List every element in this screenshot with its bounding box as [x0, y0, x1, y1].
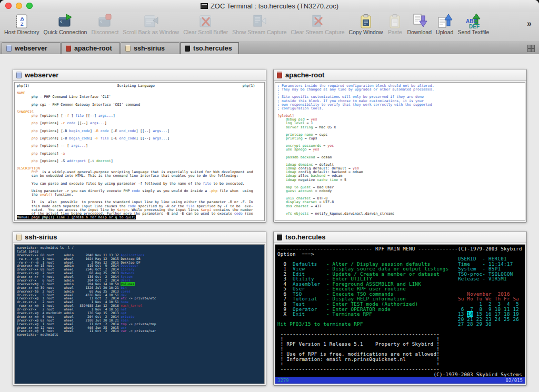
tab-apache-root[interactable]: apache-root [61, 42, 120, 54]
show-stream-capture-icon [252, 13, 267, 29]
tab-tso-hercules[interactable]: tso.hercules [180, 42, 239, 54]
toolbar-label: Clear Stream Capture [291, 29, 344, 35]
terminal-line: php - PHP Command Line Interface 'CLI' [17, 95, 262, 99]
apache-root-terminal-screen[interactable]: ; Parameters inside the required configu… [275, 83, 525, 220]
terminal-line: You can parse and execute files by using… [17, 182, 262, 186]
webserver-terminal-screen[interactable]: php(1) Scripting Language php(1)NAME php… [15, 83, 264, 220]
ssh-sirius-pane-icon [16, 234, 22, 240]
session-tabbar: webserverapache-rootssh-siriustso.hercul… [0, 42, 539, 54]
toolbar-scroll-back-as-window-button: Scroll Back as Window [121, 13, 181, 41]
upload-icon [437, 13, 453, 29]
terminal-line: php [options] [-B begin_code] -F file [-… [17, 137, 262, 140]
svg-text:Z: Z [21, 22, 24, 27]
toolbar-clear-stream-capture-button: Clear Stream Capture [288, 13, 346, 41]
terminal-line: idmap negative cache time = 5 [277, 178, 523, 182]
terminal-line [277, 110, 523, 114]
toolbar-label: Download [407, 29, 432, 35]
cursor-position-label: 02/015 [505, 378, 523, 383]
pane-webserver: webserverphp(1) Scripting Language php(1… [13, 69, 266, 223]
terminal-line: php [options] [-B begin_code] -R code [-… [17, 129, 262, 133]
tab-label: ssh-sirius [134, 45, 165, 52]
toolbar-label: Upload [436, 29, 453, 35]
terminal-line: the eval() function. [17, 193, 262, 197]
window-titlebar[interactable]: ZOC Terminal : tso.hercules (TN3270.zoc) [0, 0, 539, 12]
terminal-type-label: 3279 [277, 378, 289, 383]
tab-label: apache-root [74, 45, 112, 52]
toolbar-label: Copy Window [349, 29, 383, 35]
terminal-line [17, 88, 262, 92]
terminal-line: passdb backend = odsam [277, 156, 523, 159]
ssh-sirius-terminal-screen[interactable]: mavericks:~ mschmidt$ ls -l /total 16453… [15, 245, 264, 384]
terminal-line: guest account = nobody [277, 189, 523, 193]
toolbar-paste-button: Paste [385, 13, 405, 41]
window-title-text: ZOC Terminal : tso.hercules (TN3270.zoc) [211, 2, 338, 10]
toolbar-label: Paste [388, 29, 402, 35]
toolbar-copy-window-button[interactable]: Copy Window [347, 13, 385, 41]
pane-webserver-titlebar[interactable]: webserver [13, 69, 266, 81]
pane-tso-hercules: tso.hercules----------------------------… [273, 231, 527, 386]
terminal-line: php [options] -a [17, 152, 262, 156]
terminal-line: php [options] -S addr:port [-t docroot] [17, 159, 262, 163]
terminal-line: Manual page php(1) line 1 (press h for h… [17, 216, 262, 219]
terminal-line: can be embedded into HTML. This is the c… [17, 174, 262, 178]
terminal-line [17, 163, 262, 167]
zoc-terminal-window: ZOC Terminal : tso.hercules (TN3270.zoc)… [0, 0, 539, 392]
terminal-line [17, 107, 262, 110]
minimize-button[interactable] [16, 3, 22, 9]
clear-stream-capture-icon [310, 13, 326, 29]
tso-hercules-pane-icon [277, 234, 282, 240]
app-window-icon [201, 3, 208, 9]
terminal-line: use spnego = yes [277, 148, 523, 152]
scrollback-window-icon [143, 13, 159, 29]
webserver-tab-icon [6, 45, 12, 52]
host-directory-icon: AZ [14, 13, 29, 29]
quick-connection-icon: S_ [57, 13, 73, 29]
pane-title-text: ssh-sirius [25, 233, 57, 241]
tso-hercules-tab-icon [185, 45, 190, 52]
tile-view-icon[interactable] [527, 45, 535, 52]
tab-webserver[interactable]: webserver [2, 42, 61, 54]
zoom-button[interactable] [26, 3, 33, 9]
terminal-line: mavericks:~ mschmidt$ [17, 333, 262, 337]
apache-root-pane-icon [277, 72, 282, 78]
toolbar-label: Clear Scroll Buffer [183, 29, 228, 35]
terminal-line: php [options] [ -f ] file [[--] args...] [17, 114, 262, 118]
copy-window-icon [358, 13, 374, 29]
pane-ssh-sirius-titlebar[interactable]: ssh-sirius [13, 232, 266, 243]
toolbar-label: Scroll Back as Window [123, 29, 179, 35]
toolbar-label: Disconnect [91, 29, 118, 35]
terminal-line: debug pid = yes [277, 118, 523, 122]
tso-hercules-pane-body: ------------------------------- RPF MAIN… [275, 244, 525, 384]
terminal-line: ; configuration tools. [277, 107, 523, 110]
paste-icon [387, 13, 403, 29]
toolbar-label: Show Stream Capture [232, 29, 286, 35]
tso-hercules-status-bar: 327902/015 [275, 377, 525, 384]
tab-label: webserver [15, 45, 47, 52]
toolbar-overflow-icon[interactable]: » [527, 19, 537, 36]
toolbar-send-textfile-button[interactable]: ABCDEFSend Textfile [455, 13, 491, 41]
pane-ssh-sirius: ssh-siriusmavericks:~ mschmidt$ ls -l /t… [13, 231, 266, 386]
disconnect-icon: S_ [97, 13, 113, 29]
pane-tso-hercules-titlebar[interactable]: tso.hercules [274, 232, 526, 243]
ssh-sirius-pane-body: mavericks:~ mschmidt$ ls -l /total 16453… [14, 244, 265, 384]
tso-hercules-terminal-screen[interactable]: ------------------------------- RPF MAIN… [275, 245, 525, 377]
toolbar-download-button[interactable]: Download [405, 13, 434, 41]
toolbar-host-directory-button[interactable]: AZHost Directory [2, 13, 42, 41]
toolbar-upload-button[interactable]: Upload [434, 13, 455, 41]
terminal-line: printing = cups [277, 137, 523, 140]
terminal-line: (C)-1979-2003 Skybird Systems [277, 372, 523, 377]
toolbar-quick-connection-button[interactable]: S_Quick Connection [42, 13, 89, 41]
tab-label: tso.hercules [193, 45, 232, 52]
pane-title-text: apache-root [285, 71, 324, 79]
terminal-line: server string = Mac OS X [277, 126, 523, 129]
toolbar: AZHost DirectoryS_Quick ConnectionS_Disc… [0, 12, 539, 42]
ssh-sirius-tab-icon [125, 45, 131, 52]
toolbar-label: Quick Connection [44, 29, 87, 35]
pane-apache-root-titlebar[interactable]: apache-root [274, 69, 526, 81]
tab-ssh-sirius[interactable]: ssh-sirius [121, 42, 179, 54]
close-button[interactable] [5, 3, 12, 9]
svg-text:S_: S_ [60, 20, 64, 24]
webserver-pane-icon [16, 72, 22, 78]
traffic-lights [5, 3, 33, 9]
terminal-line: mavericks:~ mschmidt$ ls -l / [17, 246, 262, 250]
